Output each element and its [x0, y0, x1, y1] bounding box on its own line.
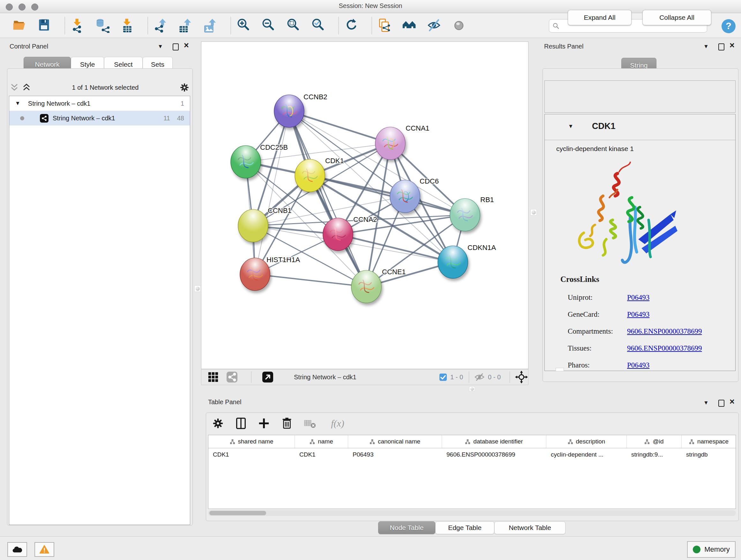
scrollbar-thumb[interactable] [209, 511, 266, 515]
expand-all-button[interactable]: Expand All [568, 10, 631, 25]
table-row[interactable]: CDK1CDK1P064939606.ENSP00000378699cyclin… [208, 448, 736, 461]
edge-CDK1-RB1[interactable] [310, 176, 465, 215]
selected-checkbox[interactable] [439, 369, 447, 385]
open-session-button[interactable] [11, 17, 27, 34]
column-header-namespace[interactable]: namespace [682, 435, 736, 448]
bottom-splitter-handle[interactable] [469, 386, 475, 391]
crosslink-link[interactable]: P06493 [627, 361, 650, 369]
network-collection-row[interactable]: ▼ String Network – cdk1 1 [9, 96, 190, 111]
view-grid-button[interactable] [208, 369, 219, 385]
cloud-button[interactable] [7, 542, 27, 557]
tree-expand-icon[interactable]: ▼ [15, 100, 20, 107]
import-network-button[interactable] [69, 17, 85, 34]
right-splitter-handle[interactable] [530, 209, 537, 215]
crosslink-link[interactable]: P06493 [627, 294, 650, 301]
results-scrollbar-nub[interactable] [556, 368, 564, 371]
cell-databaseidentifier[interactable]: 9606.ENSP00000378699 [442, 448, 546, 461]
column-header-description[interactable]: description [546, 435, 627, 448]
save-session-button[interactable] [36, 17, 52, 34]
import-database-button[interactable] [94, 17, 111, 34]
delete-column-button[interactable] [280, 416, 293, 430]
cell-sharedname[interactable]: CDK1 [208, 448, 295, 461]
cell-description[interactable]: cyclin-dependent ... [546, 448, 627, 461]
node-CCNA2[interactable] [323, 218, 353, 251]
open-in-window-button[interactable] [262, 369, 273, 385]
warnings-button[interactable] [35, 542, 54, 557]
zoom-fit-button[interactable] [285, 17, 301, 34]
results-panel-close-icon[interactable]: × [730, 43, 735, 48]
column-header-sharedname[interactable]: shared name [208, 435, 295, 448]
home-view-button[interactable] [401, 17, 417, 34]
add-column-button[interactable] [258, 416, 270, 430]
node-CDC25B[interactable] [231, 145, 261, 178]
export-table-button[interactable] [177, 17, 193, 34]
cell-namespace[interactable]: stringdb [682, 448, 736, 461]
help-button[interactable]: ? [721, 19, 736, 34]
crosslink-link[interactable]: 9606.ENSP00000378699 [627, 344, 702, 352]
show-graphics-details-button[interactable] [426, 17, 442, 34]
cell-id[interactable]: stringdb:9... [627, 448, 682, 461]
results-panel-float-icon[interactable] [718, 44, 724, 51]
tab-network-table[interactable]: Network Table [494, 521, 565, 534]
control-panel-close-icon[interactable]: × [184, 43, 189, 48]
column-header-databaseidentifier[interactable]: database identifier [442, 435, 546, 448]
node-CCNB1[interactable] [238, 209, 268, 242]
zoom-out-button[interactable] [260, 17, 276, 34]
table-panel-close-icon[interactable]: × [730, 399, 735, 405]
table-panel-float-icon[interactable] [718, 400, 724, 407]
edge-CCNB2-CCNA1[interactable] [289, 111, 390, 143]
node-CDK1[interactable] [295, 159, 325, 192]
import-table-button[interactable] [119, 17, 135, 34]
section-collapse-icon[interactable]: ▼ [568, 123, 574, 130]
refresh-view-button[interactable] [343, 17, 359, 34]
fit-selected-button[interactable] [515, 369, 528, 385]
control-panel-float-icon[interactable] [173, 44, 179, 51]
results-panel-collapse-icon[interactable]: ▼ [703, 44, 709, 50]
node-CCNA1[interactable] [375, 127, 405, 160]
toggle-columns-button[interactable] [234, 416, 247, 430]
export-network-button[interactable] [152, 17, 169, 34]
cell-canonicalname[interactable]: P06493 [348, 448, 442, 461]
cell-name[interactable]: CDK1 [295, 448, 348, 461]
tab-edge-table[interactable]: Edge Table [435, 521, 494, 534]
column-header-canonicalname[interactable]: canonical name [348, 435, 442, 448]
export-image-button[interactable] [202, 17, 218, 34]
network-row-selected[interactable]: String Network – cdk1 11 48 [9, 111, 190, 125]
crosslink-link[interactable]: P06493 [627, 310, 650, 318]
network-options-gear-icon[interactable] [179, 82, 190, 92]
left-splitter-handle[interactable] [194, 286, 201, 292]
node-CDC6[interactable] [390, 180, 420, 212]
memory-button[interactable]: Memory [687, 541, 736, 558]
expand-all-icon[interactable] [22, 83, 31, 92]
node-CCNE1[interactable] [351, 270, 381, 303]
node-section-header[interactable]: ▼ CDK1 [545, 114, 735, 140]
collapse-all-icon[interactable] [10, 83, 19, 92]
view-network-button[interactable] [226, 369, 238, 385]
node-RB1[interactable] [450, 199, 480, 231]
apply-function-button[interactable]: f(x) [327, 416, 349, 430]
zoom-in-button[interactable] [235, 17, 252, 34]
table-panel-collapse-icon[interactable]: ▼ [703, 400, 709, 406]
node-table[interactable]: shared namenamecanonical namedatabase id… [208, 435, 736, 509]
node-HIST1H1A[interactable] [240, 258, 270, 291]
copy-network-button[interactable] [376, 17, 393, 34]
network-graph[interactable]: CCNB2CCNA1CDC25BCDK1CDC6RB1CCNB1CCNA2CDK… [201, 42, 528, 369]
edge-CCNB2-CCNE1[interactable] [289, 111, 366, 287]
bird-eye-view-button[interactable] [451, 17, 467, 34]
network-canvas[interactable]: CCNB2CCNA1CDC25BCDK1CDC6RB1CCNB1CCNA2CDK… [201, 42, 529, 369]
hidden-toggle[interactable] [474, 369, 485, 385]
delete-table-button[interactable] [304, 416, 316, 430]
crosslink-link[interactable]: 9606.ENSP00000378699 [627, 327, 702, 335]
column-header-name[interactable]: name [295, 435, 348, 448]
node-CDKN1A[interactable] [438, 246, 468, 278]
control-panel-collapse-icon[interactable]: ▼ [158, 44, 163, 50]
collapse-all-button[interactable]: Collapse All [643, 10, 711, 25]
column-header-id[interactable]: @id [627, 435, 682, 448]
zoom-selected-button[interactable] [310, 17, 326, 34]
node-CCNB2[interactable] [274, 95, 304, 127]
edge-CCNB2-HIST1H1A[interactable] [255, 111, 289, 274]
tab-node-table[interactable]: Node Table [378, 521, 435, 534]
table-horizontal-scrollbar[interactable] [208, 510, 736, 516]
table-settings-button[interactable] [212, 416, 224, 430]
edge-HIST1H1A-CCNE1[interactable] [255, 274, 366, 287]
